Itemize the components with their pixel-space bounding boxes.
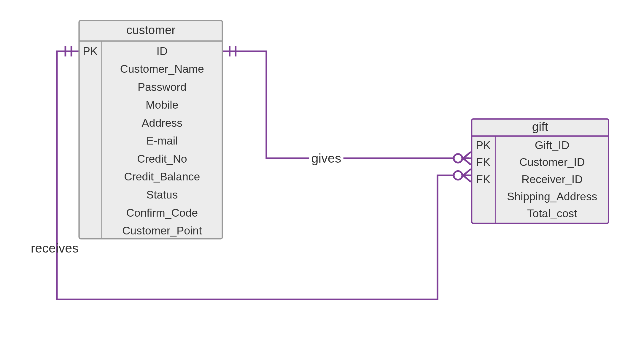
svg-line-12 (463, 175, 471, 182)
key-text: FK (476, 156, 490, 168)
gift-row-4: Total_cost (527, 207, 577, 220)
entity-gift: gift PK Gift_ID FK Customer_ID FK Receiv… (472, 119, 608, 223)
entity-gift-title: gift (532, 120, 548, 134)
relationship-gives: gives (222, 46, 471, 167)
customer-row-6: Credit_No (137, 153, 187, 165)
attr-text: Password (138, 81, 187, 93)
customer-row-2: Password (138, 81, 187, 93)
key-text: PK (83, 45, 98, 57)
attr-text: Customer_ID (519, 156, 585, 168)
attr-text: Status (146, 188, 178, 201)
attr-text: Receiver_ID (521, 173, 583, 185)
entity-customer-title: customer (126, 23, 176, 37)
svg-point-2 (454, 154, 462, 163)
key-text: PK (476, 139, 491, 151)
attr-text: Mobile (146, 99, 178, 111)
attr-text: Total_cost (527, 207, 577, 220)
svg-line-5 (463, 158, 471, 165)
attr-text: Credit_No (137, 153, 187, 165)
customer-row-8: Status (146, 188, 178, 201)
gift-row-3: Shipping_Address (507, 190, 597, 203)
customer-row-10: Customer_Point (122, 224, 202, 237)
attr-text: ID (157, 45, 168, 57)
attr-text: Customer_Point (122, 224, 202, 237)
attr-text: Shipping_Address (507, 190, 597, 203)
customer-row-9: Confirm_Code (126, 207, 198, 219)
key-text: FK (476, 173, 490, 185)
svg-rect-13 (79, 20, 222, 239)
customer-row-3: Mobile (146, 99, 178, 111)
svg-line-10 (463, 169, 471, 176)
svg-point-9 (454, 171, 462, 180)
customer-row-7: Credit_Balance (124, 170, 200, 183)
customer-row-1: Customer_Name (120, 63, 204, 75)
relationship-gives-label: gives (311, 151, 341, 165)
attr-text: Address (142, 117, 182, 129)
attr-text: Gift_ID (535, 139, 570, 151)
attr-text: Customer_Name (120, 63, 204, 75)
er-diagram: gives receives customer PK ID Customer_N… (0, 0, 644, 338)
customer-row-5: E-mail (146, 134, 178, 147)
attr-text: Credit_Balance (124, 170, 200, 183)
relationship-receives-label: receives (31, 241, 79, 255)
entity-customer: customer PK ID Customer_Name Password Mo… (79, 20, 222, 239)
customer-row-4: Address (142, 117, 182, 129)
svg-line-3 (463, 152, 471, 158)
attr-text: Confirm_Code (126, 207, 198, 219)
attr-text: E-mail (146, 134, 178, 147)
